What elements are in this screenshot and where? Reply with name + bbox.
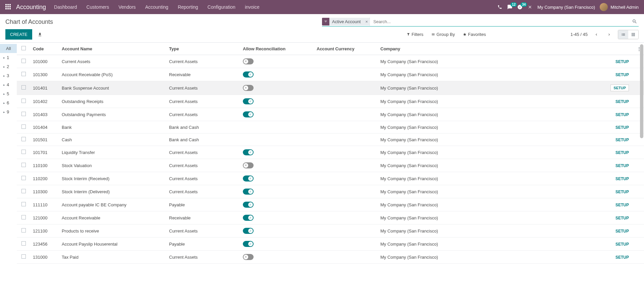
row-checkbox[interactable] [21, 124, 26, 129]
scrollbar-thumb[interactable] [640, 44, 643, 138]
reconciliation-toggle[interactable]: ✓ [243, 202, 254, 208]
row-checkbox[interactable] [21, 163, 26, 167]
reconciliation-toggle[interactable]: ✓ [243, 175, 254, 182]
reconciliation-toggle[interactable]: ✓ [243, 241, 254, 247]
table-row[interactable]: 110300Stock Interim (Delivered)Current A… [17, 185, 644, 198]
sidebar-item-all[interactable]: All [0, 44, 17, 53]
reconciliation-toggle[interactable]: ✕ [243, 58, 254, 64]
table-row[interactable]: 101403Outstanding PaymentsCurrent Assets… [17, 108, 644, 121]
facet-remove[interactable]: × [363, 18, 370, 25]
setup-button[interactable]: SETUP [615, 99, 629, 104]
sidebar-item-3[interactable]: ▸3 [0, 71, 17, 80]
setup-button[interactable]: SETUP [615, 125, 629, 130]
row-checkbox[interactable] [21, 254, 26, 259]
row-checkbox[interactable] [21, 72, 26, 76]
setup-button[interactable]: SETUP [615, 229, 629, 234]
table-row[interactable]: 131000Tax PaidCurrent Assets✕My Company … [17, 251, 644, 264]
nav-customers[interactable]: Customers [87, 4, 109, 10]
row-checkbox[interactable] [21, 59, 26, 63]
reconciliation-toggle[interactable]: ✓ [243, 98, 254, 104]
row-checkbox[interactable] [21, 85, 26, 90]
setup-button[interactable]: SETUP [615, 216, 629, 220]
setup-button[interactable]: SETUP [615, 59, 629, 64]
activities-icon[interactable]: 34 [517, 4, 523, 10]
reconciliation-toggle[interactable]: ✓ [243, 149, 254, 155]
setup-button[interactable]: SETUP [615, 112, 629, 117]
create-button[interactable]: CREATE [5, 29, 32, 40]
list-view-button[interactable] [618, 30, 629, 39]
row-checkbox[interactable] [21, 137, 26, 141]
sidebar-item-6[interactable]: ▸6 [0, 98, 17, 107]
setup-button[interactable]: SETUP [615, 242, 629, 247]
setup-button[interactable]: SETUP [615, 203, 629, 207]
row-checkbox[interactable] [21, 215, 26, 219]
row-checkbox[interactable] [21, 99, 26, 103]
debug-icon[interactable] [527, 4, 533, 10]
table-row[interactable]: 101701Liquidity TransferCurrent Assets✓M… [17, 146, 644, 159]
search-view[interactable]: Active Account × [322, 17, 639, 27]
search-input[interactable] [372, 18, 631, 25]
table-row[interactable]: 121100Products to receiveCurrent Assets✓… [17, 224, 644, 238]
filters-button[interactable]: Filters [407, 32, 423, 37]
groupby-button[interactable]: Group By [431, 32, 455, 37]
setup-button[interactable]: SETUP [615, 176, 629, 181]
col-code[interactable]: Code [30, 43, 59, 55]
row-checkbox[interactable] [21, 176, 26, 180]
row-checkbox[interactable] [21, 202, 26, 206]
col-company[interactable]: Company [378, 43, 608, 55]
table-row[interactable]: 111110Account payable IC BE CompanyPayab… [17, 198, 644, 211]
reconciliation-toggle[interactable]: ✓ [243, 71, 254, 78]
table-row[interactable]: 101501CashBank and CashMy Company (San F… [17, 134, 644, 146]
user-menu[interactable]: Mitchell Admin [600, 3, 639, 11]
pager-prev[interactable] [592, 31, 600, 38]
col-currency[interactable]: Account Currency [314, 43, 378, 55]
col-name[interactable]: Account Name [59, 43, 166, 55]
table-row[interactable]: 101000Current AssetsCurrent Assets✕My Co… [17, 55, 644, 68]
apps-menu-icon[interactable] [5, 4, 11, 10]
setup-button[interactable]: SETUP [615, 255, 629, 260]
sidebar-item-5[interactable]: ▸5 [0, 89, 17, 98]
app-brand[interactable]: Accounting [16, 4, 46, 11]
table-row[interactable]: 110100Stock ValuationCurrent Assets✕My C… [17, 159, 644, 172]
setup-button[interactable]: SETUP [610, 85, 629, 91]
table-row[interactable]: 121000Account ReceivableReceivable✓My Co… [17, 211, 644, 224]
row-checkbox[interactable] [21, 150, 26, 154]
reconciliation-toggle[interactable]: ✓ [243, 111, 254, 117]
reconciliation-toggle[interactable]: ✓ [243, 189, 254, 195]
setup-button[interactable]: SETUP [615, 138, 629, 142]
reconciliation-toggle[interactable]: ✕ [243, 85, 254, 91]
setup-button[interactable]: SETUP [615, 163, 629, 168]
setup-button[interactable]: SETUP [615, 190, 629, 194]
table-row[interactable]: 101404BankBank and CashMy Company (San F… [17, 121, 644, 134]
nav-configuration[interactable]: Configuration [208, 4, 235, 10]
select-all-checkbox[interactable] [21, 46, 26, 50]
table-row[interactable]: 123456Account Payslip HouserentalPayable… [17, 238, 644, 251]
sidebar-item-2[interactable]: ▸2 [0, 62, 17, 71]
nav-invoice[interactable]: invoice [245, 4, 260, 10]
reconciliation-toggle[interactable]: ✓ [243, 215, 254, 221]
table-row[interactable]: 110200Stock Interim (Received)Current As… [17, 172, 644, 185]
setup-button[interactable]: SETUP [615, 150, 629, 155]
pager[interactable]: 1-45 / 45 [571, 32, 588, 37]
col-type[interactable]: Type [166, 43, 240, 55]
company-selector[interactable]: My Company (San Francisco) [537, 5, 595, 10]
favorites-button[interactable]: Favorites [463, 32, 486, 37]
nav-vendors[interactable]: Vendors [118, 4, 136, 10]
sidebar-item-9[interactable]: ▸9 [0, 107, 17, 116]
search-icon[interactable] [631, 17, 639, 25]
table-row[interactable]: 101300Account Receivable (PoS)Receivable… [17, 68, 644, 81]
nav-reporting[interactable]: Reporting [178, 4, 198, 10]
reconciliation-toggle[interactable]: ✕ [243, 162, 254, 168]
row-checkbox[interactable] [21, 112, 26, 116]
col-reconciliation[interactable]: Allow Reconciliation [240, 43, 314, 55]
phone-icon[interactable] [497, 4, 502, 10]
import-button[interactable] [36, 31, 44, 38]
reconciliation-toggle[interactable]: ✓ [243, 228, 254, 234]
table-row[interactable]: 101402Outstanding ReceiptsCurrent Assets… [17, 95, 644, 108]
table-row[interactable]: 101401Bank Suspense AccountCurrent Asset… [17, 81, 644, 95]
setup-button[interactable]: SETUP [615, 72, 629, 77]
scrollbar[interactable] [640, 44, 643, 307]
sidebar-item-1[interactable]: ▸1 [0, 53, 17, 62]
sidebar-item-4[interactable]: ▸4 [0, 80, 17, 89]
pager-next[interactable] [605, 31, 613, 38]
